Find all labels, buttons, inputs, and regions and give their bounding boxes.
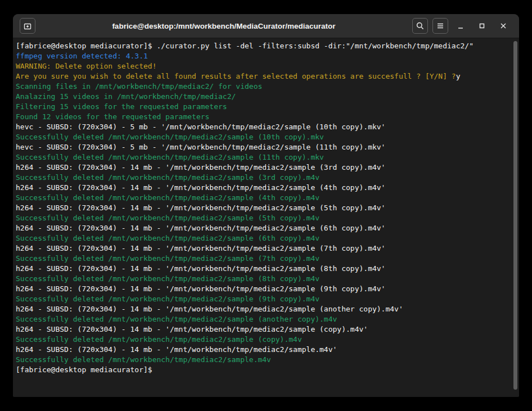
search-button[interactable]	[412, 18, 428, 34]
terminal-line: hevc - SUBSD: (720x304) - 5 mb - '/mnt/w…	[16, 142, 511, 152]
terminal-line: Successfully deleted /mnt/workbench/tmp/…	[16, 314, 511, 324]
terminal-window: fabrice@desktop:/mnt/workbench/MediaCura…	[13, 14, 519, 397]
maximize-button[interactable]	[473, 17, 491, 34]
window-title: fabrice@desktop:/mnt/workbench/MediaCura…	[35, 22, 412, 30]
terminal-line: Successfully deleted /mnt/workbench/tmp/…	[16, 152, 511, 162]
terminal-output[interactable]: [fabrice@desktop mediacurator]$ ./curato…	[13, 38, 519, 396]
new-tab-icon	[23, 21, 32, 30]
new-tab-button[interactable]	[20, 18, 35, 34]
terminal-line: Successfully deleted /mnt/workbench/tmp/…	[16, 233, 511, 243]
terminal-line: h264 - SUBSD: (720x304) - 14 mb - '/mnt/…	[16, 304, 511, 314]
terminal-line: Successfully deleted /mnt/workbench/tmp/…	[16, 213, 511, 223]
terminal-line: h264 - SUBSD: (720x304) - 14 mb - '/mnt/…	[16, 223, 511, 233]
terminal-line: Successfully deleted /mnt/workbench/tmp/…	[16, 132, 511, 142]
terminal-line: [fabrice@desktop mediacurator]$ ./curato…	[16, 41, 511, 51]
terminal-line: Filtering 15 videos for the requested pa…	[16, 102, 511, 112]
headerbar[interactable]: fabrice@desktop:/mnt/workbench/MediaCura…	[13, 14, 519, 38]
terminal-line: h264 - SUBSD: (720x304) - 14 mb - '/mnt/…	[16, 345, 511, 355]
hamburger-menu-icon	[436, 21, 445, 30]
terminal-line: h264 - SUBSD: (720x304) - 14 mb - '/mnt/…	[16, 324, 511, 335]
minimize-button[interactable]	[452, 17, 470, 34]
scrollbar-thumb[interactable]	[513, 41, 517, 390]
terminal-line: Successfully deleted /mnt/workbench/tmp/…	[16, 193, 511, 203]
terminal-line: [fabrice@desktop mediacurator]$	[16, 365, 511, 375]
terminal-line: Are you sure you wish to delete all foun…	[16, 71, 511, 82]
terminal-line: Successfully deleted /mnt/workbench/tmp/…	[16, 274, 511, 284]
terminal-line: h264 - SUBSD: (720x304) - 14 mb - '/mnt/…	[16, 264, 511, 274]
terminal-line: WARNING: Delete option selected!	[16, 61, 511, 71]
terminal-line: Successfully deleted /mnt/workbench/tmp/…	[16, 355, 511, 365]
terminal-line: Successfully deleted /mnt/workbench/tmp/…	[16, 335, 511, 345]
terminal-line: Scanning files in /mnt/workbench/tmp/med…	[16, 82, 511, 92]
close-icon	[499, 21, 508, 30]
close-button[interactable]	[494, 17, 512, 34]
terminal-line: h264 - SUBSD: (720x304) - 14 mb - '/mnt/…	[16, 284, 511, 294]
scrollbar[interactable]	[513, 41, 518, 393]
terminal-line: Successfully deleted /mnt/workbench/tmp/…	[16, 173, 511, 183]
terminal-line: Analazing 15 videos in /mnt/workbench/tm…	[16, 92, 511, 102]
minimize-icon	[456, 21, 465, 30]
terminal-line: h264 - SUBSD: (720x304) - 14 mb - '/mnt/…	[16, 183, 511, 193]
terminal-line: h264 - SUBSD: (720x304) - 14 mb - '/mnt/…	[16, 243, 511, 254]
search-icon	[416, 21, 425, 30]
terminal-line: hevc - SUBSD: (720x304) - 5 mb - '/mnt/w…	[16, 122, 511, 132]
terminal-line: Successfully deleted /mnt/workbench/tmp/…	[16, 254, 511, 264]
terminal-line: h264 - SUBSD: (720x304) - 14 mb - '/mnt/…	[16, 162, 511, 173]
terminal-line: Successfully deleted /mnt/workbench/tmp/…	[16, 294, 511, 304]
menu-button[interactable]	[432, 18, 448, 34]
terminal-line: h264 - SUBSD: (720x304) - 14 mb - '/mnt/…	[16, 203, 511, 213]
maximize-icon	[477, 21, 486, 30]
window-controls	[448, 17, 512, 34]
terminal-line: ffmpeg version detected: 4.3.1	[16, 51, 511, 61]
terminal-line: Found 12 videos for the requested parame…	[16, 112, 511, 122]
